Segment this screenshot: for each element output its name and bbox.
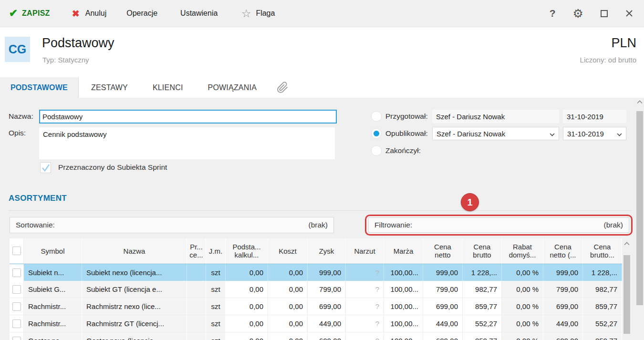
cell[interactable]: 0,00 [268, 281, 308, 298]
tab-podstawowe[interactable]: PODSTAWOWE [0, 77, 79, 98]
cell[interactable]: 0,00 [268, 315, 308, 332]
grid-scrollbar[interactable] [622, 238, 632, 340]
column-header-8[interactable]: Marża [384, 238, 423, 264]
cell[interactable]: 699,00 [308, 332, 346, 340]
radio-zakonczyl[interactable] [371, 145, 382, 156]
operations-menu[interactable]: Operacje [126, 9, 157, 18]
radio-opublikowal[interactable] [371, 128, 382, 139]
table-row[interactable]: Gestor ne...Gestor nexo (licencja...szt0… [10, 332, 622, 340]
cell[interactable]: ? [346, 315, 384, 332]
sorting-bar[interactable]: Sortowanie: (brak) [10, 217, 334, 233]
cell[interactable]: 100,00... [384, 264, 423, 281]
cell[interactable]: 699,00 [543, 332, 583, 340]
cell[interactable]: Subiekt nexo (licencja... [82, 264, 187, 281]
cancel-button[interactable]: Anuluj [85, 9, 106, 18]
column-header-3[interactable]: J.m. [206, 238, 226, 264]
cell[interactable]: 859,77 [583, 332, 622, 340]
opublikowal-date-select[interactable]: 31-10-2019 [563, 127, 626, 140]
przygotowal-date-field[interactable]: 31-10-2019 [563, 110, 626, 123]
cell[interactable]: 799,00 [543, 281, 583, 298]
column-header-5[interactable]: Koszt [268, 238, 308, 264]
cell[interactable]: 0,00 % [502, 332, 543, 340]
cell[interactable]: 0,00 [226, 264, 268, 281]
page-scrollbar[interactable] [635, 98, 644, 340]
cell[interactable]: 999,00 [308, 264, 346, 281]
grid-scroll-up-icon[interactable] [622, 242, 632, 246]
table-row[interactable]: Rachmistr...Rachmistrz GT (licencj...szt… [10, 315, 622, 332]
cell[interactable]: Rachmistr... [24, 298, 82, 315]
tab-klienci[interactable]: KLIENCI [140, 77, 196, 98]
row-checkbox[interactable] [12, 302, 21, 311]
cell[interactable]: 0,00 [226, 281, 268, 298]
table-row[interactable]: Subiekt n...Subiekt nexo (licencja...szt… [10, 264, 622, 281]
cell[interactable] [187, 264, 206, 281]
row-checkbox[interactable] [12, 268, 21, 277]
column-header-4[interactable]: Podsta... kalkul... [226, 238, 268, 264]
cell[interactable]: ? [346, 264, 384, 281]
column-header-13[interactable]: Cena brutto... [583, 238, 622, 264]
cell[interactable]: 552,27 [583, 315, 622, 332]
cell[interactable]: 859,77 [583, 298, 622, 315]
column-header-1[interactable]: Nazwa [82, 238, 187, 264]
cell[interactable] [187, 281, 206, 298]
cell[interactable]: szt [206, 315, 226, 332]
cell[interactable]: 449,00 [543, 315, 583, 332]
opublikowal-person-select[interactable]: Szef - Dariusz Nowak [432, 127, 559, 140]
table-row[interactable]: Subiekt G...Subiekt GT (licencja e...szt… [10, 281, 622, 298]
cell[interactable]: Subiekt G... [24, 281, 82, 298]
column-header-12[interactable]: Cena netto (... [543, 238, 583, 264]
cell[interactable]: 799,00 [308, 281, 346, 298]
table-row[interactable]: Rachmistr...Rachmistrz nexo (lice...szt0… [10, 298, 622, 315]
attachment-paperclip-icon[interactable] [277, 77, 289, 98]
cell[interactable]: Subiekt n... [24, 264, 82, 281]
cell[interactable]: 100,00... [384, 281, 423, 298]
cell[interactable]: 449,00 [423, 315, 463, 332]
close-button[interactable] [625, 9, 634, 18]
cell[interactable]: 0,00 [226, 298, 268, 315]
maximize-button[interactable] [601, 10, 608, 17]
filtering-bar[interactable]: Filtrowanie: (brak) [368, 217, 629, 233]
cell[interactable]: 0,00 % [502, 315, 543, 332]
cell[interactable]: 552,27 [463, 315, 502, 332]
cell[interactable] [187, 332, 206, 340]
cell[interactable]: 0,00 [226, 332, 268, 340]
column-header-0[interactable]: Symbol [24, 238, 82, 264]
sprint-checkbox[interactable] [40, 162, 51, 173]
row-checkbox[interactable] [12, 285, 21, 294]
przygotowal-person-field[interactable]: Szef - Dariusz Nowak [432, 110, 559, 123]
cell[interactable]: 999,00 [543, 264, 583, 281]
row-checkbox[interactable] [12, 337, 21, 340]
cell[interactable]: 0,00 [226, 315, 268, 332]
cell[interactable]: Gestor ne... [24, 332, 82, 340]
column-header-10[interactable]: Cena brutto [463, 238, 502, 264]
cell[interactable]: 699,00 [543, 298, 583, 315]
cell[interactable]: 982,77 [463, 281, 502, 298]
cell[interactable]: szt [206, 298, 226, 315]
cell[interactable] [187, 315, 206, 332]
help-button[interactable]: ? [550, 8, 556, 19]
cell[interactable]: 699,00 [308, 298, 346, 315]
name-input[interactable] [39, 110, 337, 124]
cell[interactable]: 699,00 [423, 332, 463, 340]
cell[interactable]: 799,00 [423, 281, 463, 298]
cell[interactable] [187, 298, 206, 315]
cell[interactable]: 699,00 [423, 298, 463, 315]
cell[interactable]: 0,00 [268, 264, 308, 281]
flag-button[interactable]: Flaga [256, 9, 275, 18]
page-scroll-up-icon[interactable] [635, 100, 644, 104]
cell[interactable]: 0,00 [268, 298, 308, 315]
cell[interactable]: ? [346, 332, 384, 340]
cell[interactable]: 0,00 % [502, 298, 543, 315]
cell[interactable]: 1 228,... [583, 264, 622, 281]
cell[interactable]: Rachmistrz GT (licencj... [82, 315, 187, 332]
cell[interactable]: szt [206, 332, 226, 340]
cell[interactable]: 982,77 [583, 281, 622, 298]
column-header-6[interactable]: Zysk [308, 238, 346, 264]
grid-scrollbar-thumb[interactable] [623, 255, 630, 334]
page-scrollbar-thumb[interactable] [636, 111, 643, 305]
column-header-11[interactable]: Rabat domyś... [502, 238, 543, 264]
cell[interactable]: 100,00... [384, 315, 423, 332]
cell[interactable]: Gestor nexo (licencja... [82, 332, 187, 340]
cell[interactable]: 1 228,... [463, 264, 502, 281]
cell[interactable]: 449,00 [308, 315, 346, 332]
